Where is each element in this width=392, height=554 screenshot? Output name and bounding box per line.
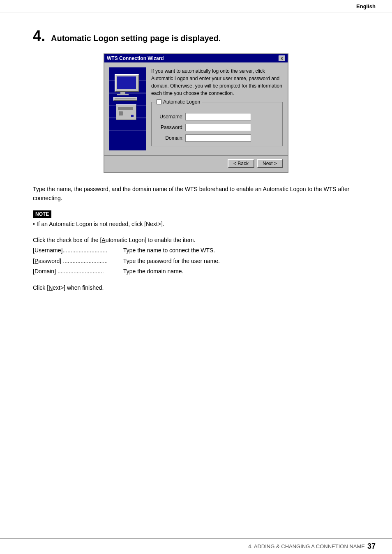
domain-instruction: [Domain] ............................. T… [33,266,359,277]
wizard-right-panel: If you want to automatically log onto th… [151,67,283,150]
footer-page: 37 [367,542,376,551]
automatic-logon-groupbox: Automatic Logon Username: Password: Doma… [151,102,283,146]
password-input[interactable] [185,124,251,131]
groupbox-label: Automatic Logon [163,99,200,105]
wizard-body: If you want to automatically log onto th… [104,62,288,155]
username-input[interactable] [185,113,251,120]
groupbox-legend: Automatic Logon [155,99,202,105]
step-heading: 4. Automatic Logon setting page is displ… [33,29,359,44]
wizard-close-button[interactable]: × [279,55,285,61]
wizard-image [109,67,146,150]
username-instruction: [Username]............................ T… [33,245,359,256]
wizard-button-bar: < Back Next > [104,155,288,172]
password-instruction: [Password] ............................ … [33,256,359,266]
instructions-section: Click the check box of the [Automatic Lo… [33,235,359,277]
body-text: Type the name, the password, and the dom… [33,185,359,203]
footer: 4. ADDING & CHANGING A CONNETION NAME 37 [0,538,392,554]
note-text: • If an Automatic Logon is not needed, c… [33,219,359,229]
step-title: Automatic Logon setting page is displaye… [51,34,221,43]
domain-row: Domain: [156,134,278,142]
wizard-dialog: WTS Connection Wizard × [104,53,288,173]
step-number: 4. [33,29,45,44]
username-label: Username: [156,114,184,120]
next-button[interactable]: Next > [257,159,283,168]
note-box: NOTE • If an Automatic Logon is not need… [33,210,359,229]
language-label: English [356,3,376,9]
domain-input[interactable] [185,134,251,142]
back-button[interactable]: < Back [228,159,254,168]
domain-label: Domain: [156,135,184,141]
finish-instruction: Click [Next>] when finished. [33,283,359,292]
password-label: Password: [156,125,184,130]
automatic-logon-checkbox[interactable] [157,99,161,104]
footer-section: 4. ADDING & CHANGING A CONNETION NAME [248,543,365,549]
username-row: Username: [156,113,278,120]
wizard-description: If you want to automatically log onto th… [151,67,283,97]
password-row: Password: [156,124,278,131]
note-label: NOTE [33,210,51,218]
check-instruction: Click the check box of the [Automatic Lo… [33,235,359,245]
wizard-title: WTS Connection Wizard [107,55,164,61]
wizard-titlebar: WTS Connection Wizard × [104,54,288,62]
